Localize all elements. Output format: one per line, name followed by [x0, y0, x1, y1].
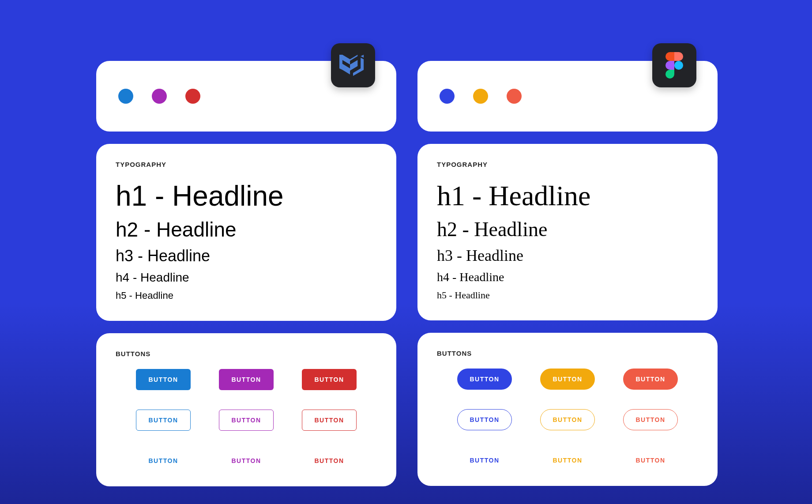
right-header-card [417, 61, 718, 132]
palette-dot-secondary [152, 89, 167, 104]
typography-stack: h1 - Headline h2 - Headline h3 - Headlin… [437, 180, 698, 301]
heading-h5: h5 - Headline [116, 290, 377, 301]
figma-badge [652, 43, 696, 87]
left-typography-card: TYPOGRAPHY h1 - Headline h2 - Headline h… [96, 144, 396, 321]
section-label-typography: TYPOGRAPHY [116, 161, 377, 168]
left-buttons-card: BUTTONS BUTTONBUTTONBUTTONBUTTONBUTTONBU… [96, 333, 396, 486]
right-typography-card: TYPOGRAPHY h1 - Headline h2 - Headline h… [417, 144, 718, 320]
figma-icon [665, 52, 683, 79]
heading-h5: h5 - Headline [437, 290, 698, 301]
heading-h1: h1 - Headline [437, 180, 698, 212]
outlined-button-danger[interactable]: BUTTON [623, 409, 678, 430]
left-column: TYPOGRAPHY h1 - Headline h2 - Headline h… [96, 61, 396, 486]
outlined-button-primary[interactable]: BUTTON [457, 409, 512, 430]
button-row-filled: BUTTONBUTTONBUTTON [136, 369, 357, 390]
palette-dot-danger [185, 89, 200, 104]
heading-h2: h2 - Headline [116, 218, 377, 241]
button-row-outlined: BUTTONBUTTONBUTTON [457, 409, 678, 430]
heading-h1: h1 - Headline [116, 180, 377, 212]
heading-h4: h4 - Headline [116, 271, 377, 285]
left-header-card [96, 61, 396, 132]
text-button-danger[interactable]: BUTTON [623, 450, 678, 471]
filled-button-secondary[interactable]: BUTTON [540, 369, 595, 390]
palette-dot-primary [118, 89, 133, 104]
text-button-secondary[interactable]: BUTTON [540, 450, 595, 471]
heading-h4: h4 - Headline [437, 270, 698, 284]
left-button-grid: BUTTONBUTTONBUTTONBUTTONBUTTONBUTTONBUTT… [116, 369, 377, 471]
text-button-primary[interactable]: BUTTON [136, 450, 191, 471]
typography-stack: h1 - Headline h2 - Headline h3 - Headlin… [116, 180, 377, 301]
filled-button-primary[interactable]: BUTTON [136, 369, 191, 390]
palette-dot-danger [507, 89, 522, 104]
filled-button-primary[interactable]: BUTTON [457, 369, 512, 390]
text-button-danger[interactable]: BUTTON [302, 450, 357, 471]
section-label-buttons: BUTTONS [437, 350, 698, 357]
filled-button-danger[interactable]: BUTTON [623, 369, 678, 390]
text-button-primary[interactable]: BUTTON [457, 450, 512, 471]
outlined-button-primary[interactable]: BUTTON [136, 410, 191, 431]
mui-badge [331, 43, 375, 87]
heading-h2: h2 - Headline [437, 218, 698, 241]
right-buttons-card: BUTTONS BUTTONBUTTONBUTTONBUTTONBUTTONBU… [417, 333, 718, 486]
filled-button-danger[interactable]: BUTTON [302, 369, 357, 390]
right-column: TYPOGRAPHY h1 - Headline h2 - Headline h… [417, 61, 718, 486]
section-label-buttons: BUTTONS [116, 350, 377, 357]
filled-button-secondary[interactable]: BUTTON [219, 369, 274, 390]
outlined-button-secondary[interactable]: BUTTON [540, 409, 595, 430]
button-row-outlined: BUTTONBUTTONBUTTON [136, 410, 357, 431]
button-row-filled: BUTTONBUTTONBUTTON [457, 369, 678, 390]
button-row-text: BUTTONBUTTONBUTTON [136, 450, 357, 471]
text-button-secondary[interactable]: BUTTON [219, 450, 274, 471]
palette-dot-secondary [473, 89, 488, 104]
mui-icon [339, 54, 367, 76]
heading-h3: h3 - Headline [116, 247, 377, 265]
design-system-comparison: TYPOGRAPHY h1 - Headline h2 - Headline h… [0, 0, 812, 504]
heading-h3: h3 - Headline [437, 246, 698, 265]
outlined-button-danger[interactable]: BUTTON [302, 410, 357, 431]
svg-point-0 [674, 61, 683, 70]
section-label-typography: TYPOGRAPHY [437, 161, 698, 168]
right-button-grid: BUTTONBUTTONBUTTONBUTTONBUTTONBUTTONBUTT… [437, 369, 698, 471]
button-row-text: BUTTONBUTTONBUTTON [457, 450, 678, 471]
palette-dot-primary [440, 89, 455, 104]
outlined-button-secondary[interactable]: BUTTON [219, 410, 274, 431]
